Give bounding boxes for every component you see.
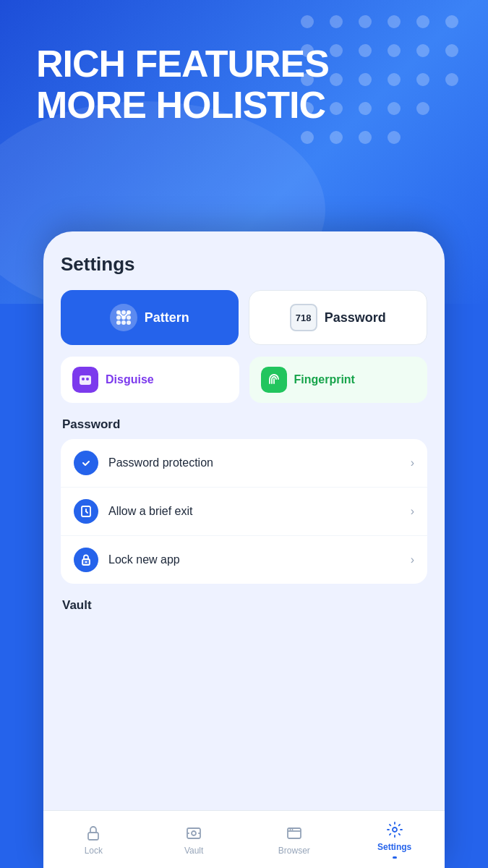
chevron-icon-2: ›	[411, 505, 414, 518]
svg-point-41	[85, 511, 87, 512]
svg-point-20	[359, 102, 372, 115]
password-protection-item[interactable]: Password protection ›	[61, 439, 427, 488]
svg-point-49	[291, 829, 293, 830]
nav-lock[interactable]: Lock	[43, 818, 144, 861]
svg-point-30	[116, 315, 121, 320]
allow-brief-exit-icon	[74, 499, 98, 524]
svg-point-5	[445, 15, 458, 28]
svg-point-14	[359, 73, 372, 86]
svg-point-2	[359, 15, 372, 28]
lock-new-app-item[interactable]: Lock new app ›	[61, 536, 427, 584]
pattern-label: Pattern	[145, 310, 189, 326]
fingerprint-button[interactable]: Fingerprint	[249, 357, 428, 403]
fingerprint-label: Fingerprint	[294, 373, 355, 386]
settings-nav-icon	[385, 820, 404, 839]
chevron-icon: ›	[411, 456, 414, 469]
svg-point-17	[445, 73, 458, 86]
password-protection-icon	[74, 451, 98, 475]
hero-title: RICH FEATURES MORE HOLISTIC	[36, 43, 329, 126]
password-label: Password	[325, 310, 386, 326]
svg-point-1	[330, 15, 343, 28]
svg-point-13	[330, 73, 343, 86]
svg-point-48	[289, 829, 291, 830]
svg-point-10	[416, 44, 429, 57]
lock-new-app-icon	[74, 548, 98, 572]
svg-point-7	[330, 44, 343, 57]
allow-brief-exit-text: Allow a brief exit	[108, 505, 401, 518]
active-nav-dot	[393, 856, 397, 859]
settings-screen: Settings	[43, 231, 445, 810]
svg-point-11	[445, 44, 458, 57]
disguise-icon	[72, 367, 98, 393]
svg-point-4	[416, 15, 429, 28]
svg-point-35	[127, 320, 131, 325]
svg-point-50	[393, 827, 397, 832]
nav-settings[interactable]: Settings	[344, 814, 445, 864]
bottom-navigation: Lock Vault Brow	[43, 810, 445, 868]
lock-nav-label: Lock	[85, 846, 103, 856]
chevron-icon-3: ›	[411, 553, 414, 566]
phone-mockup: Settings	[43, 231, 445, 868]
vault-nav-icon	[184, 824, 203, 843]
svg-point-32	[127, 315, 131, 320]
pattern-button[interactable]: Pattern	[61, 290, 239, 345]
feature-row: Disguise Fingerprint	[61, 357, 427, 403]
svg-point-43	[85, 561, 87, 563]
svg-rect-44	[88, 833, 98, 840]
disguise-button[interactable]: Disguise	[61, 357, 239, 403]
svg-point-28	[121, 310, 126, 315]
svg-rect-36	[80, 375, 91, 385]
svg-point-3	[388, 15, 401, 28]
svg-point-15	[388, 73, 401, 86]
password-button[interactable]: 718 Password	[249, 290, 428, 345]
lock-nav-icon	[84, 824, 103, 843]
lock-new-app-text: Lock new app	[108, 553, 401, 566]
svg-point-26	[388, 131, 401, 144]
browser-nav-icon	[285, 824, 304, 843]
svg-point-37	[82, 378, 85, 380]
svg-point-25	[359, 131, 372, 144]
svg-point-24	[330, 131, 343, 144]
fingerprint-icon	[261, 367, 287, 393]
svg-point-0	[301, 15, 314, 28]
svg-point-9	[388, 44, 401, 57]
svg-point-16	[416, 73, 429, 86]
svg-point-19	[330, 102, 343, 115]
svg-point-46	[192, 831, 196, 835]
lock-type-selector: Pattern 718 Password	[61, 290, 427, 345]
password-icon: 718	[290, 304, 317, 331]
settings-title: Settings	[61, 253, 427, 276]
vault-nav-label: Vault	[184, 846, 203, 856]
disguise-label: Disguise	[106, 373, 154, 386]
svg-point-34	[121, 320, 126, 325]
svg-point-23	[301, 131, 314, 144]
settings-nav-label: Settings	[377, 842, 411, 852]
allow-brief-exit-item[interactable]: Allow a brief exit ›	[61, 488, 427, 536]
svg-point-33	[116, 320, 121, 325]
nav-browser[interactable]: Browser	[244, 818, 345, 861]
password-section-label: Password	[62, 417, 427, 432]
password-list-card: Password protection › Allow a brief exit…	[61, 439, 427, 584]
nav-vault[interactable]: Vault	[144, 818, 244, 861]
vault-section-label: Vault	[62, 598, 427, 613]
pattern-icon	[110, 304, 137, 331]
svg-point-38	[86, 378, 89, 380]
svg-point-21	[388, 102, 401, 115]
svg-point-8	[359, 44, 372, 57]
svg-point-22	[416, 102, 429, 115]
password-protection-text: Password protection	[108, 456, 401, 469]
browser-nav-label: Browser	[278, 846, 310, 856]
svg-point-39	[80, 456, 93, 469]
